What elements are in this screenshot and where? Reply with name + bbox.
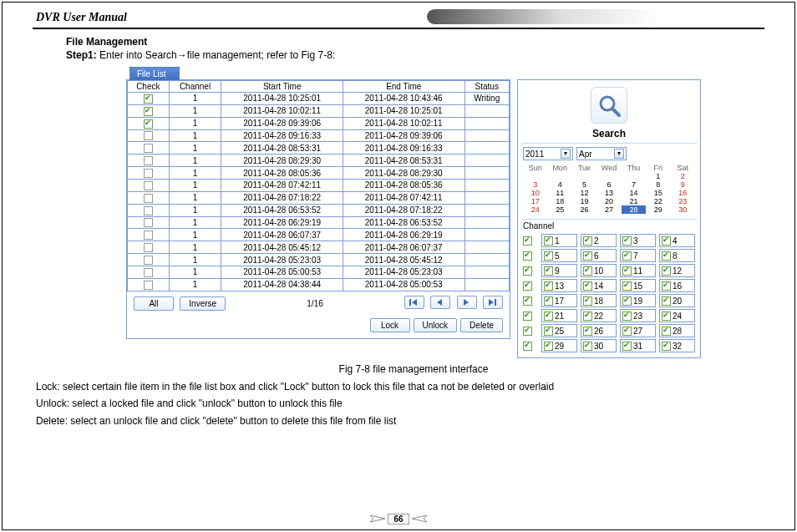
channel-checkbox[interactable] [544, 236, 553, 246]
channel-checkbox[interactable] [662, 251, 671, 261]
channel-cell[interactable]: 29 [541, 339, 577, 352]
channel-checkbox[interactable] [622, 251, 632, 261]
row-checkbox[interactable] [144, 181, 153, 190]
calendar-day[interactable]: 4 [547, 180, 571, 189]
channel-checkbox[interactable] [544, 327, 553, 336]
channel-cell[interactable]: 6 [581, 249, 617, 262]
channel-cell[interactable]: 27 [620, 324, 656, 337]
channel-row-master[interactable] [523, 339, 538, 352]
table-row[interactable]: 12011-04-28 06:07:372011-04-28 06:29:19 [128, 229, 510, 241]
channel-cell[interactable]: 20 [659, 294, 695, 307]
year-dropdown[interactable]: 2011▾ [523, 147, 573, 160]
last-page-button[interactable] [483, 296, 503, 309]
table-row[interactable]: 12011-04-28 07:18:222011-04-28 07:42:11 [128, 191, 510, 204]
channel-row-master[interactable] [523, 249, 538, 262]
row-checkbox[interactable] [144, 169, 153, 178]
calendar-day[interactable]: 9 [671, 180, 695, 189]
row-checkbox[interactable] [144, 119, 153, 129]
channel-checkbox[interactable] [662, 312, 671, 321]
calendar-day[interactable]: 14 [622, 189, 646, 197]
channel-checkbox[interactable] [544, 266, 553, 276]
table-row[interactable]: 12011-04-28 09:39:062011-04-28 10:02:11 [128, 117, 510, 129]
table-row[interactable]: 12011-04-28 04:38:442011-04-28 05:00:53 [128, 278, 510, 291]
search-icon[interactable] [591, 87, 627, 124]
channel-cell[interactable]: 11 [620, 264, 656, 277]
calendar-day[interactable]: 26 [572, 205, 596, 214]
channel-row-master[interactable] [523, 324, 538, 337]
channel-cell[interactable]: 4 [659, 234, 695, 247]
channel-cell[interactable]: 7 [620, 249, 656, 262]
channel-checkbox[interactable] [583, 312, 592, 321]
row-checkbox[interactable] [144, 131, 153, 140]
row-checkbox[interactable] [144, 243, 153, 252]
channel-checkbox[interactable] [662, 342, 671, 351]
calendar-day[interactable]: 6 [596, 180, 621, 189]
channel-master-checkbox[interactable] [523, 236, 532, 246]
channel-cell[interactable]: 16 [659, 279, 695, 292]
calendar-day[interactable]: 28 [622, 205, 646, 214]
row-checkbox[interactable] [144, 206, 153, 215]
calendar-day[interactable]: 10 [523, 189, 547, 197]
channel-checkbox[interactable] [662, 236, 671, 246]
table-row[interactable]: 12011-04-28 07:42:112011-04-28 08:05:36 [128, 180, 510, 192]
channel-cell[interactable]: 1 [541, 234, 577, 247]
table-row[interactable]: 12011-04-28 06:53:522011-04-28 07:18:22 [128, 204, 510, 216]
channel-row-master[interactable] [523, 294, 538, 307]
calendar-day[interactable]: 29 [646, 205, 670, 214]
table-row[interactable]: 12011-04-28 06:29:192011-04-28 06:53:52 [128, 216, 510, 229]
channel-cell[interactable]: 24 [659, 309, 695, 322]
channel-checkbox[interactable] [622, 327, 632, 336]
file-list-tab[interactable]: File List [129, 67, 180, 80]
channel-checkbox[interactable] [622, 236, 632, 246]
channel-cell[interactable]: 18 [581, 294, 617, 307]
calendar-day[interactable]: 20 [596, 197, 621, 205]
channel-checkbox[interactable] [544, 251, 553, 261]
channel-cell[interactable]: 23 [620, 309, 656, 322]
calendar-day[interactable]: 15 [646, 189, 670, 197]
table-row[interactable]: 12011-04-28 05:00:532011-04-28 05:23:03 [128, 266, 510, 279]
next-page-button[interactable] [457, 296, 477, 309]
channel-master-checkbox[interactable] [523, 327, 532, 336]
channel-checkbox[interactable] [662, 327, 671, 336]
calendar-day[interactable]: 3 [523, 180, 547, 189]
inverse-button[interactable]: Inverse [180, 296, 226, 311]
channel-master-checkbox[interactable] [523, 312, 532, 321]
row-checkbox[interactable] [144, 256, 153, 265]
channel-cell[interactable]: 30 [581, 339, 617, 352]
channel-cell[interactable]: 13 [541, 279, 577, 292]
delete-button[interactable]: Delete [460, 318, 503, 332]
channel-checkbox[interactable] [583, 236, 592, 246]
month-dropdown[interactable]: Apr▾ [576, 147, 627, 160]
channel-checkbox[interactable] [662, 266, 671, 276]
channel-checkbox[interactable] [622, 296, 632, 306]
row-checkbox[interactable] [144, 144, 153, 153]
calendar-day[interactable]: 19 [572, 197, 596, 205]
calendar-day[interactable]: 23 [671, 197, 695, 205]
table-row[interactable]: 12011-04-28 08:05:362011-04-28 08:29:30 [128, 167, 510, 180]
channel-checkbox[interactable] [544, 342, 553, 351]
calendar-day[interactable]: 5 [572, 180, 596, 189]
channel-checkbox[interactable] [544, 312, 553, 321]
calendar-day[interactable]: 2 [671, 172, 695, 180]
channel-checkbox[interactable] [622, 266, 632, 276]
channel-checkbox[interactable] [583, 281, 592, 291]
channel-cell[interactable]: 19 [620, 294, 656, 307]
row-checkbox[interactable] [144, 268, 153, 277]
channel-checkbox[interactable] [544, 281, 553, 291]
channel-row-master[interactable] [523, 234, 538, 247]
channel-cell[interactable]: 21 [541, 309, 577, 322]
unlock-button[interactable]: Unlock [414, 318, 458, 332]
channel-checkbox[interactable] [583, 327, 592, 336]
channel-cell[interactable]: 2 [581, 234, 617, 247]
channel-row-master[interactable] [523, 279, 538, 292]
calendar-day[interactable]: 11 [547, 189, 571, 197]
calendar-day[interactable]: 22 [646, 197, 670, 205]
table-row[interactable]: 12011-04-28 09:16:332011-04-28 09:39:06 [128, 129, 510, 142]
row-checkbox[interactable] [144, 156, 153, 165]
calendar[interactable]: SunMonTueWedThuFriSat 123456789101112131… [523, 164, 695, 214]
row-checkbox[interactable] [144, 231, 153, 240]
channel-checkbox[interactable] [622, 281, 632, 291]
calendar-day[interactable]: 27 [596, 205, 621, 214]
channel-checkbox[interactable] [583, 251, 592, 261]
calendar-day[interactable]: 21 [622, 197, 646, 205]
